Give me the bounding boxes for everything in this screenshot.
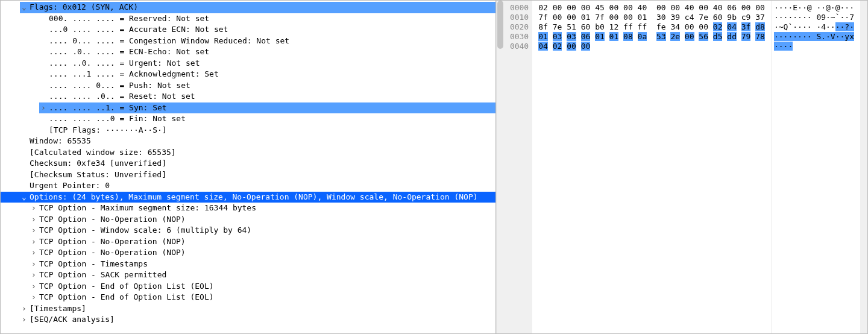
ascii-line[interactable]: ····E··@ ··@·@··· <box>774 3 854 13</box>
bytes-scrollbar[interactable] <box>860 1 867 333</box>
tree-label: TCP Option - SACK permitted <box>38 269 495 281</box>
hex-line[interactable]: 7f 00 00 01 7f 00 00 01 30 39 c4 7e 60 9… <box>538 13 765 22</box>
tree-label: [Timestamps] <box>28 303 495 315</box>
chevron-right-icon[interactable]: › <box>30 203 38 214</box>
arrow-placeholder <box>39 80 48 92</box>
tree-row[interactable]: ›TCP Option - No-Operation (NOP) <box>1 247 495 259</box>
tree-label: TCP Option - Maximum segment size: 16344… <box>38 203 495 214</box>
tree-row[interactable]: .... .... .0.. = Reset: Not set <box>1 91 495 102</box>
arrow-placeholder <box>39 69 48 80</box>
hex-line[interactable]: 01 03 03 06 01 01 08 0a 53 2e 00 56 d5 d… <box>538 32 765 42</box>
tree-row[interactable]: ⌄Options: (24 bytes), Maximum segment si… <box>1 192 495 203</box>
tree-row[interactable]: ›TCP Option - Timestamps <box>1 259 495 270</box>
tree-row[interactable]: ›TCP Option - End of Option List (EOL) <box>1 292 495 303</box>
tree-label: .... .... .0.. = Reset: Not set <box>48 91 495 102</box>
tree-row[interactable]: ›[SEQ/ACK analysis] <box>1 314 495 326</box>
packet-details-pane[interactable]: ⌄Flags: 0x012 (SYN, ACK) 000. .... .... … <box>1 1 496 333</box>
tree-label: TCP Option - Window scale: 6 (multiply b… <box>38 225 495 236</box>
tree-label: Urgent Pointer: 0 <box>28 180 495 192</box>
tree-label: ...0 .... .... = Accurate ECN: Not set <box>48 24 495 36</box>
tree-row[interactable]: Urgent Pointer: 0 <box>1 180 495 192</box>
chevron-right-icon[interactable]: › <box>30 247 38 259</box>
tree-row[interactable]: .... ..0. .... = Urgent: Not set <box>1 58 495 69</box>
tree-row[interactable]: .... 0... .... = Congestion Window Reduc… <box>1 36 495 47</box>
chevron-right-icon[interactable]: › <box>20 314 28 326</box>
arrow-placeholder <box>39 36 48 47</box>
hex-offset: 0010 <box>510 13 529 22</box>
hex-bytes-column[interactable]: 02 00 00 00 45 00 00 40 00 00 40 00 40 0… <box>532 1 771 333</box>
tree-label: TCP Option - End of Option List (EOL) <box>38 281 495 292</box>
arrow-placeholder <box>20 169 28 181</box>
tree-row[interactable]: .... .0.. .... = ECN-Echo: Not set <box>1 46 495 58</box>
arrow-placeholder <box>20 180 28 192</box>
chevron-right-icon[interactable]: › <box>30 281 38 292</box>
tree-label: [TCP Flags: ·······A··S·] <box>48 125 495 136</box>
scrollbar-thumb[interactable] <box>497 1 503 49</box>
hex-line[interactable]: 02 00 00 00 45 00 00 40 00 00 40 00 40 0… <box>538 3 765 13</box>
details-scrollbar[interactable] <box>496 1 504 333</box>
hex-offset: 0020 <box>510 22 529 32</box>
chevron-right-icon[interactable]: › <box>30 292 38 303</box>
tree-row[interactable]: ›.... .... ..1. = Syn: Set <box>1 102 495 114</box>
tree-label: [SEQ/ACK analysis] <box>28 314 495 326</box>
arrow-placeholder <box>39 58 48 69</box>
app-window: ⌄Flags: 0x012 (SYN, ACK) 000. .... .... … <box>0 0 868 334</box>
chevron-right-icon[interactable]: › <box>30 214 38 225</box>
tree-label: .... .... ...0 = Fin: Not set <box>48 113 495 125</box>
hex-ascii-column[interactable]: ····E··@ ··@·@··········· 09·~`··7·~Q`··… <box>771 1 860 333</box>
ascii-line[interactable]: ·~Q`···· ·4····?· <box>774 22 854 32</box>
tree-row[interactable]: [TCP Flags: ·······A··S·] <box>1 125 495 136</box>
ascii-line[interactable]: ···· <box>774 42 854 51</box>
tree-row[interactable]: ›TCP Option - End of Option List (EOL) <box>1 281 495 292</box>
arrow-placeholder <box>20 136 28 147</box>
tree-label: .... ...1 .... = Acknowledgment: Set <box>48 69 495 80</box>
tree-row[interactable]: ›TCP Option - No-Operation (NOP) <box>1 214 495 225</box>
hex-line[interactable]: 8f 7e 51 60 b0 12 ff ff fe 34 00 00 02 0… <box>538 22 765 32</box>
tree-label: TCP Option - No-Operation (NOP) <box>38 247 495 259</box>
tree-row[interactable]: ›[Timestamps] <box>1 303 495 315</box>
chevron-right-icon[interactable]: › <box>30 225 38 236</box>
tree-label: .... ..0. .... = Urgent: Not set <box>48 58 495 69</box>
tree-row[interactable]: [Calculated window size: 65535] <box>1 147 495 159</box>
tree-row[interactable]: ›TCP Option - No-Operation (NOP) <box>1 236 495 248</box>
ascii-line[interactable]: ········ S.·V··yx <box>774 32 854 42</box>
tree-row[interactable]: ...0 .... .... = Accurate ECN: Not set <box>1 24 495 36</box>
chevron-right-icon[interactable]: › <box>39 102 48 114</box>
tree-label: [Calculated window size: 65535] <box>28 147 495 159</box>
tree-row[interactable]: ⌄Flags: 0x012 (SYN, ACK) <box>1 2 495 13</box>
tree-row[interactable]: ›TCP Option - Maximum segment size: 1634… <box>1 203 495 214</box>
tree-row[interactable]: .... ...1 .... = Acknowledgment: Set <box>1 69 495 80</box>
tree-label: Flags: 0x012 (SYN, ACK) <box>28 2 495 13</box>
hex-offset: 0000 <box>510 3 529 13</box>
tree-row[interactable]: ›TCP Option - Window scale: 6 (multiply … <box>1 225 495 236</box>
tree-label: Checksum: 0xfe34 [unverified] <box>28 158 495 169</box>
hex-offset: 0030 <box>510 32 529 42</box>
chevron-right-icon[interactable]: › <box>30 259 38 270</box>
tree-label: 000. .... .... = Reserved: Not set <box>48 13 495 25</box>
tree-label: TCP Option - No-Operation (NOP) <box>38 214 495 225</box>
chevron-down-icon[interactable]: ⌄ <box>20 192 28 203</box>
tree-row[interactable]: Checksum: 0xfe34 [unverified] <box>1 158 495 169</box>
chevron-right-icon[interactable]: › <box>20 303 28 315</box>
hex-line[interactable]: 04 02 00 00 <box>538 42 765 51</box>
ascii-line[interactable]: ········ 09·~`··7 <box>774 13 854 22</box>
tree-row[interactable]: .... .... ...0 = Fin: Not set <box>1 113 495 125</box>
tree-row[interactable]: 000. .... .... = Reserved: Not set <box>1 13 495 25</box>
tree-label: [Checksum Status: Unverified] <box>28 169 495 181</box>
tree-label: Window: 65535 <box>28 136 495 147</box>
tree-row[interactable]: ›TCP Option - SACK permitted <box>1 269 495 281</box>
arrow-placeholder <box>39 113 48 125</box>
chevron-right-icon[interactable]: › <box>30 236 38 248</box>
chevron-right-icon[interactable]: › <box>30 269 38 281</box>
packet-bytes-pane[interactable]: 00000010002000300040 02 00 00 00 45 00 0… <box>504 1 867 333</box>
arrow-placeholder <box>39 24 48 36</box>
chevron-down-icon[interactable]: ⌄ <box>20 2 28 13</box>
tree-row[interactable]: [Checksum Status: Unverified] <box>1 169 495 181</box>
tree-label: .... .... ..1. = Syn: Set <box>48 102 495 114</box>
tree-row[interactable]: .... .... 0... = Push: Not set <box>1 80 495 92</box>
arrow-placeholder <box>20 147 28 159</box>
arrow-placeholder <box>39 46 48 58</box>
hex-offset-column: 00000010002000300040 <box>504 1 532 333</box>
tree-label: TCP Option - No-Operation (NOP) <box>38 236 495 248</box>
tree-row[interactable]: Window: 65535 <box>1 136 495 147</box>
